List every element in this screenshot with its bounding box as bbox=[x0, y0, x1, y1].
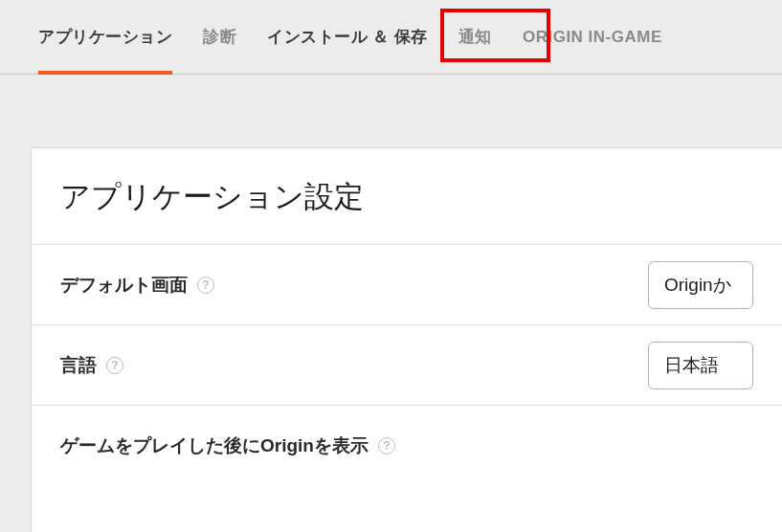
default-screen-label: デフォルト画面 bbox=[60, 273, 188, 298]
row-show-after-play: ゲームをプレイした後にOriginを表示 ? bbox=[32, 405, 782, 485]
tab-application[interactable]: アプリケーション bbox=[23, 0, 188, 75]
language-select[interactable]: 日本語 bbox=[648, 342, 753, 389]
content-area: アプリケーション設定 デフォルト画面 ? Originか 言語 ? 日本語 ゲー… bbox=[0, 75, 782, 532]
tab-install-save[interactable]: インストール ＆ 保存 bbox=[252, 0, 443, 75]
tab-bar: アプリケーション 診断 インストール ＆ 保存 通知 ORIGIN IN-GAM… bbox=[0, 0, 782, 75]
tab-diagnostics[interactable]: 診断 bbox=[188, 0, 252, 75]
row-language: 言語 ? 日本語 bbox=[32, 324, 782, 405]
help-icon[interactable]: ? bbox=[378, 437, 395, 454]
tab-origin-in-game[interactable]: ORIGIN IN-GAME bbox=[507, 0, 678, 75]
help-icon[interactable]: ? bbox=[197, 277, 214, 294]
tab-notifications[interactable]: 通知 bbox=[443, 0, 507, 75]
default-screen-select[interactable]: Originか bbox=[648, 261, 753, 309]
panel-title: アプリケーション設定 bbox=[32, 148, 782, 244]
show-after-play-label: ゲームをプレイした後にOriginを表示 bbox=[60, 433, 369, 458]
language-label: 言語 bbox=[60, 353, 97, 378]
row-default-screen: デフォルト画面 ? Originか bbox=[32, 244, 782, 324]
settings-panel: アプリケーション設定 デフォルト画面 ? Originか 言語 ? 日本語 ゲー… bbox=[31, 147, 782, 532]
help-icon[interactable]: ? bbox=[106, 357, 123, 374]
